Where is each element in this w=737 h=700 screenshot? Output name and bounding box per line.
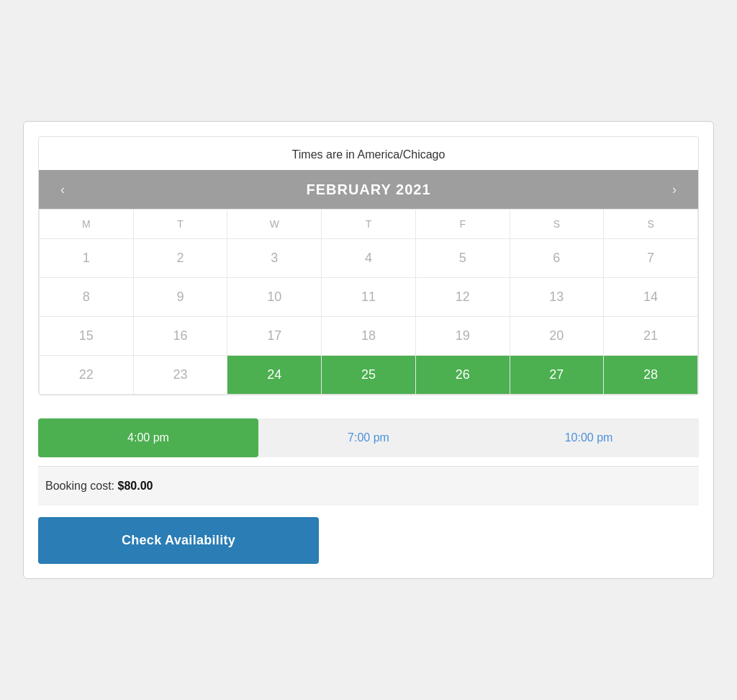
weekday-header: S: [510, 210, 604, 239]
calendar-day-cell: 11: [322, 278, 416, 317]
calendar-day-cell: 5: [415, 239, 510, 278]
next-month-button[interactable]: ›: [665, 180, 684, 199]
calendar-day-cell: 12: [415, 278, 510, 317]
calendar-day-cell: 14: [604, 278, 698, 317]
calendar-day-cell: 16: [133, 317, 227, 356]
weekday-header: S: [604, 210, 698, 239]
calendar-day-cell: 18: [322, 317, 416, 356]
weekday-header: W: [227, 210, 322, 239]
calendar-day-cell: 4: [322, 239, 416, 278]
booking-cost-value: $80.00: [118, 480, 153, 492]
calendar-grid: MTWTFSS 12345678910111213141516171819202…: [39, 209, 698, 395]
calendar-day-cell: 21: [604, 317, 698, 356]
calendar-day-cell: 13: [510, 278, 604, 317]
calendar-day-cell: 15: [40, 317, 134, 356]
booking-cost-bar: Booking cost: $80.00: [38, 466, 699, 506]
calendar-day-cell: 8: [40, 278, 134, 317]
calendar-day-cell[interactable]: 24: [227, 356, 322, 395]
calendar-day-cell: 19: [415, 317, 510, 356]
calendar-day-cell: 7: [604, 239, 698, 278]
calendar-day-cell: 1: [40, 239, 134, 278]
calendar-header: ‹ FEBRUARY 2021 ›: [39, 170, 698, 209]
calendar-day-cell: 22: [40, 356, 134, 395]
calendar-week-row: 22232425262728: [40, 356, 698, 395]
check-availability-button[interactable]: Check Availability: [38, 517, 319, 564]
calendar-day-cell: 9: [133, 278, 227, 317]
time-slot-button[interactable]: 7:00 pm: [258, 418, 479, 457]
calendar-day-cell: 23: [133, 356, 227, 395]
booking-widget: Times are in America/Chicago ‹ FEBRUARY …: [23, 121, 714, 579]
timezone-label: Times are in America/Chicago: [39, 137, 698, 170]
calendar-day-cell: 20: [510, 317, 604, 356]
weekday-header: F: [415, 210, 510, 239]
calendar-week-row: 1234567: [40, 239, 698, 278]
calendar-day-cell: 2: [133, 239, 227, 278]
calendar-day-cell[interactable]: 28: [604, 356, 698, 395]
weekday-header: T: [322, 210, 416, 239]
weekday-header: M: [40, 210, 134, 239]
calendar-week-row: 891011121314: [40, 278, 698, 317]
calendar-container: Times are in America/Chicago ‹ FEBRUARY …: [38, 136, 699, 395]
weekday-header: T: [133, 210, 227, 239]
calendar-day-cell: 17: [227, 317, 322, 356]
booking-cost-label: Booking cost:: [45, 480, 114, 492]
calendar-day-cell: 3: [227, 239, 322, 278]
time-slots-row: 4:00 pm7:00 pm10:00 pm: [38, 410, 699, 466]
calendar-day-cell[interactable]: 25: [322, 356, 416, 395]
calendar-month-title: FEBRUARY 2021: [72, 181, 665, 198]
weekdays-row: MTWTFSS: [40, 210, 698, 239]
calendar-day-cell[interactable]: 27: [510, 356, 604, 395]
calendar-day-cell[interactable]: 26: [415, 356, 510, 395]
time-slot-button[interactable]: 4:00 pm: [38, 418, 258, 457]
prev-month-button[interactable]: ‹: [53, 180, 72, 199]
calendar-week-row: 15161718192021: [40, 317, 698, 356]
calendar-day-cell: 6: [510, 239, 604, 278]
calendar-day-cell: 10: [227, 278, 322, 317]
time-slot-button[interactable]: 10:00 pm: [479, 418, 699, 457]
calendar-body: 1234567891011121314151617181920212223242…: [40, 239, 698, 395]
